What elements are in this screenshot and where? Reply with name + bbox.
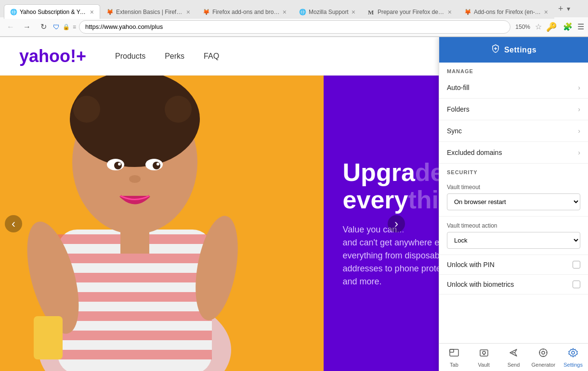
tab-5-close[interactable]: ×: [448, 8, 452, 16]
vault-timeout-select[interactable]: On browser restart Immediately 1 minute …: [447, 193, 580, 210]
tab-2[interactable]: 🦊 Extension Basics | Firefox Ex... ×: [100, 4, 196, 19]
security-shield-icon: 🛡: [53, 23, 60, 31]
vault-timeout-label: Vault timeout: [447, 184, 580, 191]
yahoo-nav-links: Products Perks FAQ: [115, 52, 219, 61]
generator-icon: [538, 347, 549, 360]
refresh-button[interactable]: ↻: [37, 20, 50, 34]
lock-icon: 🔒: [63, 24, 70, 30]
bottom-nav-vault[interactable]: Vault: [469, 344, 499, 371]
yahoo-logo-text: yahoo!: [19, 46, 76, 66]
reader-icon: ≡: [73, 24, 76, 30]
next-slide-button[interactable]: ›: [388, 215, 405, 232]
tab-4[interactable]: 🌐 Mozilla Support ×: [293, 4, 362, 19]
svg-point-37: [572, 351, 575, 354]
excluded-domains-label: Excluded domains: [447, 149, 578, 156]
unlock-biometrics-label: Unlock with biometrics: [447, 281, 573, 288]
nav-faq[interactable]: FAQ: [204, 52, 219, 61]
bottom-nav-send-label: Send: [508, 362, 520, 368]
svg-rect-28: [480, 350, 488, 356]
svg-rect-30: [483, 354, 484, 355]
extensions-button[interactable]: 🧩: [561, 20, 575, 34]
tab-4-close[interactable]: ×: [352, 8, 355, 16]
bottom-nav-send[interactable]: Send: [499, 344, 529, 371]
tab-bar: 🌐 Yahoo Subscription & Yaho... × 🦊 Exten…: [0, 0, 588, 17]
vault-timeout-action-section: Vault timeout action Lock Log out: [439, 217, 588, 255]
unlock-pin-checkbox[interactable]: [573, 261, 580, 269]
address-input[interactable]: [79, 20, 510, 34]
settings-panel: Settings MANAGE Auto-fill › Folders › Sy…: [439, 37, 588, 371]
tab-2-label: Extension Basics | Firefox Ex...: [116, 9, 183, 15]
svg-rect-7: [58, 331, 212, 340]
unlock-biometrics-checkbox[interactable]: [573, 281, 580, 288]
prev-slide-button[interactable]: ‹: [5, 215, 22, 232]
settings-title-text: Settings: [504, 46, 536, 54]
excluded-domains-chevron-icon: ›: [578, 149, 580, 156]
settings-body: MANAGE Auto-fill › Folders › Sync › Excl…: [439, 63, 588, 343]
bottom-nav-settings[interactable]: Settings: [558, 344, 588, 371]
bottom-nav-tab[interactable]: Tab: [439, 344, 469, 371]
tab-6-close[interactable]: ×: [544, 8, 548, 16]
folders-item[interactable]: Folders ›: [439, 99, 588, 120]
sync-label: Sync: [447, 127, 578, 135]
excluded-domains-item[interactable]: Excluded domains ›: [439, 142, 588, 164]
tab-3-close[interactable]: ×: [283, 8, 287, 16]
svg-point-21: [153, 162, 160, 169]
svg-rect-4: [58, 273, 212, 282]
svg-rect-26: [450, 349, 458, 356]
settings-header-icon: [491, 44, 500, 56]
tab-5-label: Prepare your Firefox desktop...: [378, 9, 445, 15]
bottom-nav-vault-label: Vault: [478, 362, 490, 368]
page-content: yahoo!+ Products Perks FAQ: [0, 37, 588, 371]
tab-2-favicon: 🦊: [106, 9, 113, 15]
bookmark-button[interactable]: ☆: [535, 22, 542, 31]
tab-4-label: Mozilla Support: [309, 9, 349, 15]
nav-perks[interactable]: Perks: [165, 52, 184, 61]
bitwarden-extension-icon[interactable]: 🔑: [545, 20, 558, 34]
tab-3[interactable]: 🦊 Firefox add-ons and browser... ×: [196, 4, 293, 19]
unlock-biometrics-item: Unlock with biometrics: [439, 275, 588, 294]
autofill-chevron-icon: ›: [578, 84, 580, 91]
tab-5[interactable]: M Prepare your Firefox desktop... ×: [362, 4, 458, 19]
tab-1-favicon: 🌐: [10, 9, 17, 15]
tab-3-label: Firefox add-ons and browser...: [212, 9, 280, 15]
unlock-pin-item: Unlock with PIN: [439, 255, 588, 275]
security-section-label: SECURITY: [439, 164, 588, 178]
vault-timeout-section: Vault timeout On browser restart Immedia…: [439, 178, 588, 217]
browser-menu-button[interactable]: ☰: [577, 22, 584, 31]
vault-timeout-action-select[interactable]: Lock Log out: [447, 232, 580, 249]
folders-label: Folders: [447, 105, 578, 113]
svg-point-16: [73, 96, 100, 123]
bottom-nav-generator[interactable]: Generator: [528, 344, 558, 371]
autofill-label: Auto-fill: [447, 84, 578, 91]
svg-point-24: [129, 175, 141, 183]
tab-icon: [449, 347, 459, 360]
tab-1-label: Yahoo Subscription & Yaho...: [20, 9, 87, 15]
vault-timeout-action-label: Vault timeout action: [447, 222, 580, 229]
tab-overflow-button[interactable]: ▾: [565, 5, 572, 13]
bottom-nav-settings-label: Settings: [563, 362, 583, 368]
svg-point-20: [114, 162, 122, 169]
svg-point-31: [539, 349, 547, 357]
yahoo-plus-text: +: [76, 46, 86, 66]
tab-3-favicon: 🦊: [203, 9, 209, 15]
tab-6-label: Add-ons for Firefox (en-GB): [474, 9, 541, 15]
svg-point-23: [157, 163, 159, 166]
sync-item[interactable]: Sync ›: [439, 120, 588, 142]
svg-rect-11: [34, 316, 63, 359]
new-tab-button[interactable]: +: [556, 4, 565, 14]
nav-products[interactable]: Products: [115, 52, 145, 61]
svg-rect-3: [58, 254, 212, 263]
forward-button[interactable]: →: [20, 20, 34, 34]
tab-1[interactable]: 🌐 Yahoo Subscription & Yaho... ×: [4, 4, 100, 19]
autofill-item[interactable]: Auto-fill ›: [439, 77, 588, 99]
back-button[interactable]: ←: [4, 20, 17, 34]
hero-person-image: [0, 76, 324, 371]
unlock-pin-label: Unlock with PIN: [447, 261, 573, 269]
tab-1-close[interactable]: ×: [90, 8, 94, 16]
vault-icon: [479, 347, 489, 360]
svg-rect-6: [58, 311, 212, 321]
tab-6[interactable]: 🦊 Add-ons for Firefox (en-GB) ×: [458, 4, 554, 19]
svg-rect-8: [58, 350, 212, 359]
tab-2-close[interactable]: ×: [186, 8, 190, 16]
tab-4-favicon: 🌐: [299, 9, 306, 15]
